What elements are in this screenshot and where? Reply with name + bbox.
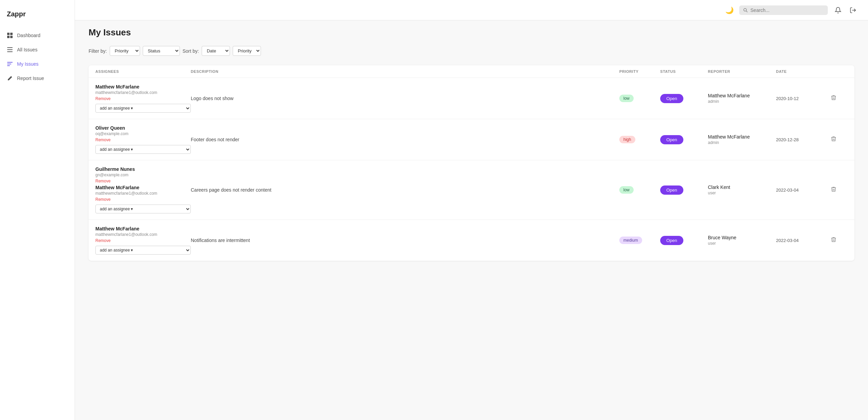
search-input[interactable] bbox=[750, 7, 824, 13]
list-icon bbox=[7, 47, 13, 53]
issue-description: Careers page does not render content bbox=[191, 187, 619, 193]
status-badge: Open bbox=[660, 236, 683, 245]
remove-assignee-link[interactable]: Remove bbox=[95, 179, 191, 183]
priority-badge: low bbox=[619, 95, 634, 102]
col-actions bbox=[831, 69, 848, 74]
col-date: DATE bbox=[776, 69, 831, 74]
header: 🌙 bbox=[75, 0, 868, 20]
search-box[interactable] bbox=[739, 5, 828, 15]
remove-assignee-link[interactable]: Remove bbox=[95, 197, 191, 202]
status-badge: Open bbox=[660, 135, 683, 144]
table-header: ASSIGNEES DESCRIPTION PRIORITY STATUS RE… bbox=[89, 65, 854, 78]
add-assignee-select[interactable]: add an assignee ▾ bbox=[95, 246, 191, 255]
delete-icon[interactable] bbox=[831, 95, 837, 102]
date-cell: 2022-03-04 bbox=[776, 188, 831, 193]
issues-table: ASSIGNEES DESCRIPTION PRIORITY STATUS RE… bbox=[89, 65, 854, 261]
sidebar-item-label: Report Issue bbox=[17, 76, 44, 81]
delete-cell bbox=[831, 95, 848, 102]
notification-icon[interactable] bbox=[833, 5, 843, 15]
priority-badge: high bbox=[619, 136, 635, 143]
reporter-name: Matthew McFarlane bbox=[708, 93, 776, 98]
app-logo: Zappr bbox=[0, 7, 75, 28]
assignees-cell: Matthew McFarlane matthewmcfarlane1@outl… bbox=[95, 84, 191, 113]
sidebar-item-report-issue[interactable]: Report Issue bbox=[0, 71, 75, 85]
delete-icon[interactable] bbox=[831, 187, 837, 194]
sort-by-label: Sort by: bbox=[183, 48, 199, 54]
sidebar-item-my-issues[interactable]: My Issues bbox=[0, 57, 75, 71]
priority-badge: low bbox=[619, 186, 634, 194]
priority-cell: low bbox=[619, 186, 660, 194]
sidebar-item-dashboard[interactable]: Dashboard bbox=[0, 28, 75, 43]
filter-status-select[interactable]: Status Open Closed In Progress bbox=[143, 46, 180, 56]
reporter-role: user bbox=[708, 241, 776, 246]
reporter-cell: Matthew McFarlane admin bbox=[708, 93, 776, 104]
assignee-email: matthewmcfarlane1@outlook.com bbox=[95, 90, 191, 95]
col-priority: PRIORITY bbox=[619, 69, 660, 74]
svg-rect-9 bbox=[7, 65, 10, 66]
right-panel: 🌙 bbox=[75, 0, 868, 420]
delete-icon[interactable] bbox=[831, 237, 837, 244]
svg-rect-5 bbox=[7, 49, 13, 50]
edit-icon bbox=[7, 75, 13, 81]
remove-assignee-link[interactable]: Remove bbox=[95, 238, 191, 243]
assignee-email: gn@example.com bbox=[95, 173, 191, 177]
filter-priority-select[interactable]: Priority Low Medium High bbox=[110, 46, 140, 56]
status-cell: Open bbox=[660, 94, 708, 103]
status-badge: Open bbox=[660, 185, 683, 195]
table-row: Oliver Queen oq@example.com Remove add a… bbox=[89, 119, 854, 160]
grid-icon bbox=[7, 32, 13, 38]
priority-cell: high bbox=[619, 136, 660, 143]
table-row: Matthew McFarlane matthewmcfarlane1@outl… bbox=[89, 78, 854, 119]
svg-rect-0 bbox=[7, 33, 10, 35]
date-cell: 2022-03-04 bbox=[776, 238, 831, 243]
svg-rect-8 bbox=[7, 64, 11, 64]
assignees-cell: Matthew McFarlane matthewmcfarlane1@outl… bbox=[95, 226, 191, 255]
status-cell: Open bbox=[660, 135, 708, 144]
assignee-name: Matthew McFarlane bbox=[95, 185, 191, 190]
sidebar-item-label: My Issues bbox=[17, 61, 38, 67]
col-status: STATUS bbox=[660, 69, 708, 74]
logout-icon[interactable] bbox=[848, 5, 858, 15]
remove-assignee-link[interactable]: Remove bbox=[95, 96, 191, 101]
reporter-cell: Matthew McFarlane admin bbox=[708, 134, 776, 145]
svg-rect-3 bbox=[10, 36, 13, 38]
assignee-email: matthewmcfarlane1@outlook.com bbox=[95, 191, 191, 196]
issue-description: Logo does not show bbox=[191, 96, 619, 101]
sidebar-item-all-issues[interactable]: All Issues bbox=[0, 43, 75, 57]
add-assignee-select[interactable]: add an assignee ▾ bbox=[95, 104, 191, 113]
sort-priority-select[interactable]: Priority Date Status bbox=[233, 46, 261, 56]
date-cell: 2020-12-28 bbox=[776, 137, 831, 142]
assignee-name: Guilherme Nunes bbox=[95, 166, 191, 172]
reporter-cell: Bruce Wayne user bbox=[708, 235, 776, 246]
menu-icon bbox=[7, 61, 13, 67]
add-assignee-select[interactable]: add an assignee ▾ bbox=[95, 145, 191, 154]
app-layout: Zappr Dashboard All Issues bbox=[0, 0, 868, 420]
svg-rect-7 bbox=[7, 62, 13, 63]
col-reporter: REPORTER bbox=[708, 69, 776, 74]
priority-badge: medium bbox=[619, 237, 642, 244]
reporter-name: Clark Kent bbox=[708, 184, 776, 190]
assignee-name: Matthew McFarlane bbox=[95, 84, 191, 90]
assignee-name: Matthew McFarlane bbox=[95, 226, 191, 231]
status-badge: Open bbox=[660, 94, 683, 103]
svg-rect-6 bbox=[7, 51, 13, 52]
sort-date-select[interactable]: Date Priority Status bbox=[202, 46, 230, 56]
svg-point-10 bbox=[744, 8, 746, 11]
remove-assignee-link[interactable]: Remove bbox=[95, 138, 191, 142]
assignee-email: oq@example.com bbox=[95, 131, 191, 136]
svg-rect-2 bbox=[7, 36, 10, 38]
delete-cell bbox=[831, 237, 848, 244]
reporter-cell: Clark Kent user bbox=[708, 184, 776, 195]
reporter-name: Bruce Wayne bbox=[708, 235, 776, 240]
sidebar: Zappr Dashboard All Issues bbox=[0, 0, 75, 420]
issue-description: Footer does not render bbox=[191, 137, 619, 142]
assignee-name: Oliver Queen bbox=[95, 125, 191, 131]
sidebar-item-label: Dashboard bbox=[17, 33, 41, 38]
assignees-cell: Guilherme Nunes gn@example.com Remove Ma… bbox=[95, 166, 191, 213]
add-assignee-select[interactable]: add an assignee ▾ bbox=[95, 205, 191, 213]
dark-mode-icon[interactable]: 🌙 bbox=[725, 6, 734, 14]
reporter-name: Matthew McFarlane bbox=[708, 134, 776, 140]
sidebar-item-label: All Issues bbox=[17, 47, 37, 52]
delete-icon[interactable] bbox=[831, 136, 837, 143]
col-description: DESCRIPTION bbox=[191, 69, 619, 74]
